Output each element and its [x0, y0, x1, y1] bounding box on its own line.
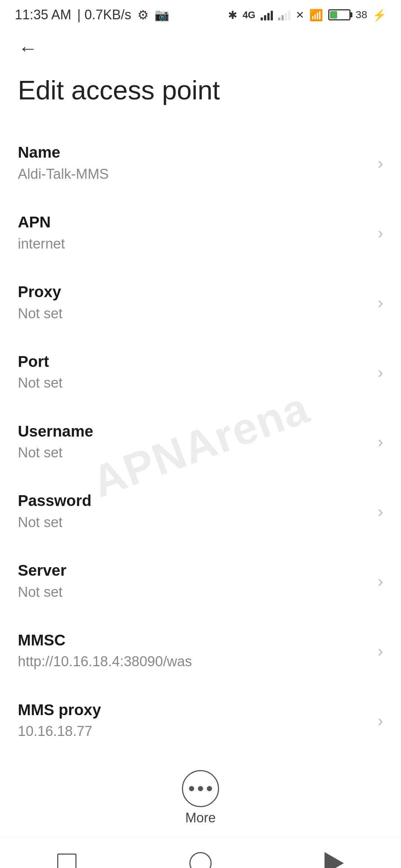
settings-label-username: Username — [18, 421, 370, 442]
chevron-icon-port: › — [378, 363, 383, 382]
settings-value-mms-proxy: 10.16.18.77 — [18, 721, 370, 741]
settings-value-server: Not set — [18, 582, 370, 602]
navigation-bar — [0, 837, 401, 868]
chevron-icon-proxy: › — [378, 293, 383, 312]
settings-item-proxy-content: Proxy Not set — [18, 282, 370, 323]
settings-item-port[interactable]: Port Not set › — [0, 338, 401, 407]
chevron-icon-password: › — [378, 502, 383, 521]
settings-label-port: Port — [18, 352, 370, 372]
settings-item-username-content: Username Not set — [18, 421, 370, 463]
settings-label-mmsc: MMSC — [18, 630, 370, 651]
settings-icon: ⚙ — [137, 7, 149, 22]
settings-item-name-content: Name Aldi-Talk-MMS — [18, 142, 370, 184]
settings-value-apn: internet — [18, 234, 370, 254]
settings-item-name[interactable]: Name Aldi-Talk-MMS › — [0, 128, 401, 198]
chevron-icon-username: › — [378, 433, 383, 451]
more-button[interactable] — [182, 770, 219, 807]
settings-label-password: Password — [18, 491, 370, 511]
settings-label-mms-proxy: MMS proxy — [18, 700, 370, 720]
settings-label-server: Server — [18, 560, 370, 581]
settings-value-password: Not set — [18, 513, 370, 532]
time-display: 11:35 AM — [15, 7, 71, 23]
settings-label-apn: APN — [18, 212, 370, 233]
settings-item-password-content: Password Not set — [18, 491, 370, 532]
nav-back-button[interactable] — [317, 846, 351, 868]
settings-value-proxy: Not set — [18, 304, 370, 323]
settings-value-username: Not set — [18, 443, 370, 463]
chevron-icon-name: › — [378, 154, 383, 172]
settings-value-name: Aldi-Talk-MMS — [18, 164, 370, 184]
battery-indicator — [328, 9, 351, 20]
more-section: More — [0, 755, 401, 837]
settings-label-name: Name — [18, 142, 370, 163]
status-right: ✱ 4G ✕ 📶 38 ⚡ — [228, 9, 386, 22]
nav-recent-button[interactable] — [50, 846, 84, 868]
signal-bars-2 — [278, 9, 290, 20]
signal-bars-1 — [261, 9, 273, 20]
settings-item-apn-content: APN internet — [18, 212, 370, 254]
settings-item-port-content: Port Not set — [18, 352, 370, 393]
settings-item-server-content: Server Not set — [18, 560, 370, 602]
settings-list: Name Aldi-Talk-MMS › APN internet › Prox… — [0, 128, 401, 755]
more-dot-3 — [207, 786, 212, 791]
settings-item-mmsc[interactable]: MMSC http://10.16.18.4:38090/was › — [0, 616, 401, 686]
recent-apps-icon — [57, 854, 76, 868]
chevron-icon-server: › — [378, 572, 383, 591]
settings-item-mms-proxy-content: MMS proxy 10.16.18.77 — [18, 700, 370, 742]
more-label: More — [185, 810, 216, 826]
chevron-icon-mms-proxy: › — [378, 711, 383, 730]
signal-cross-icon: ✕ — [296, 9, 304, 21]
status-bar: 11:35 AM | 0.7KB/s ⚙ 📷 ✱ 4G ✕ 📶 38 ⚡ — [0, 0, 401, 30]
toolbar: ← — [0, 30, 401, 67]
settings-label-proxy: Proxy — [18, 282, 370, 302]
status-left: 11:35 AM | 0.7KB/s ⚙ 📷 — [15, 7, 169, 23]
wifi-icon: 📶 — [309, 9, 323, 22]
more-dots-icon — [189, 786, 212, 791]
network-4g-icon: 4G — [242, 9, 255, 21]
video-icon: 📷 — [154, 8, 169, 22]
settings-item-password[interactable]: Password Not set › — [0, 477, 401, 546]
settings-value-port: Not set — [18, 373, 370, 393]
settings-value-mmsc: http://10.16.18.4:38090/was — [18, 652, 370, 671]
home-icon — [189, 852, 212, 868]
settings-item-apn[interactable]: APN internet › — [0, 198, 401, 268]
back-arrow-icon: ← — [18, 39, 38, 58]
chevron-icon-mmsc: › — [378, 642, 383, 660]
back-button[interactable]: ← — [15, 35, 41, 61]
more-dot-1 — [189, 786, 194, 791]
back-icon — [325, 852, 344, 868]
charging-icon: ⚡ — [372, 9, 386, 22]
more-dot-2 — [198, 786, 203, 791]
battery-percentage: 38 — [356, 9, 367, 21]
page-title: Edit access point — [0, 67, 401, 128]
bluetooth-icon: ✱ — [228, 9, 237, 22]
settings-item-proxy[interactable]: Proxy Not set › — [0, 268, 401, 338]
settings-item-mms-proxy[interactable]: MMS proxy 10.16.18.77 › — [0, 686, 401, 756]
nav-home-button[interactable] — [184, 846, 217, 868]
settings-item-server[interactable]: Server Not set › — [0, 546, 401, 616]
chevron-icon-apn: › — [378, 224, 383, 242]
settings-item-username[interactable]: Username Not set › — [0, 407, 401, 477]
speed-display: | 0.7KB/s — [77, 7, 131, 23]
settings-item-mmsc-content: MMSC http://10.16.18.4:38090/was — [18, 630, 370, 672]
